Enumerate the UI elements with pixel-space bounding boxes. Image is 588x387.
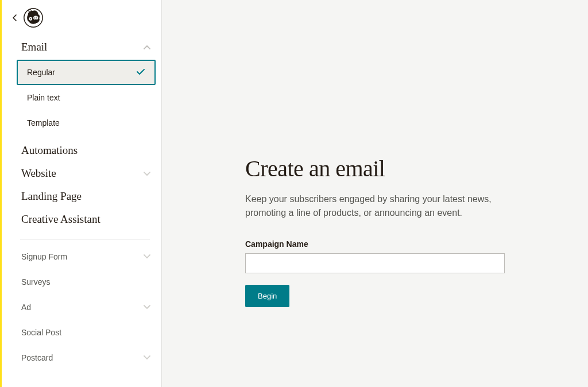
chevron-down-icon [143,353,151,362]
create-email-form: Create an email Keep your subscribers en… [245,155,505,387]
chevron-up-icon [143,41,151,53]
svg-point-5 [36,17,37,18]
chevron-left-icon [12,14,17,22]
nav-label: Landing Page [21,190,82,203]
secondary-label: Social Post [21,328,61,337]
sub-item-regular[interactable]: Regular [17,60,156,85]
campaign-name-label: Campaign Name [245,239,505,249]
nav-section-creative-assistant[interactable]: Creative Assistant [17,208,156,231]
email-subitems: Regular Plain text Template [17,60,156,136]
begin-button[interactable]: Begin [245,285,289,307]
nav-label: Email [21,41,47,53]
sub-item-template[interactable]: Template [17,110,156,136]
nav-section-automations[interactable]: Automations [17,139,156,162]
mailchimp-logo[interactable] [24,8,43,30]
svg-point-2 [30,18,31,20]
sub-item-label: Regular [27,68,55,77]
sidebar: Email Regular Plain text Template Automa… [2,0,162,387]
main-panel: Create an email Keep your subscribers en… [162,0,588,387]
nav-label: Automations [21,144,78,157]
sub-item-plain-text[interactable]: Plain text [17,85,156,110]
secondary-ad[interactable]: Ad [17,295,156,320]
freddie-icon [24,8,43,28]
nav-section-email[interactable]: Email [17,36,156,59]
sub-item-label: Plain text [27,93,60,102]
back-button[interactable] [12,14,17,24]
page-title: Create an email [245,155,505,182]
page-description: Keep your subscribers engaged by sharing… [245,192,505,220]
nav-section-website[interactable]: Website [17,162,156,185]
campaign-name-input[interactable] [245,253,505,273]
svg-point-4 [34,17,36,18]
nav-label: Website [21,167,56,180]
sidebar-divider [20,239,150,239]
nav-section-landing-page[interactable]: Landing Page [17,185,156,208]
sidebar-nav: Email Regular Plain text Template Automa… [2,0,161,370]
secondary-label: Surveys [21,277,51,287]
nav-label: Creative Assistant [21,213,100,226]
sub-item-label: Template [27,118,60,127]
secondary-surveys[interactable]: Surveys [17,269,156,295]
check-icon [136,68,145,77]
secondary-social-post[interactable]: Social Post [17,320,156,345]
chevron-down-icon [143,167,151,180]
chevron-down-icon [143,252,151,261]
secondary-label: Postcard [21,353,53,362]
secondary-postcard[interactable]: Postcard [17,345,156,370]
secondary-signup-form[interactable]: Signup Form [17,244,156,269]
secondary-label: Ad [21,303,31,312]
chevron-down-icon [143,303,151,312]
secondary-label: Signup Form [21,252,67,261]
